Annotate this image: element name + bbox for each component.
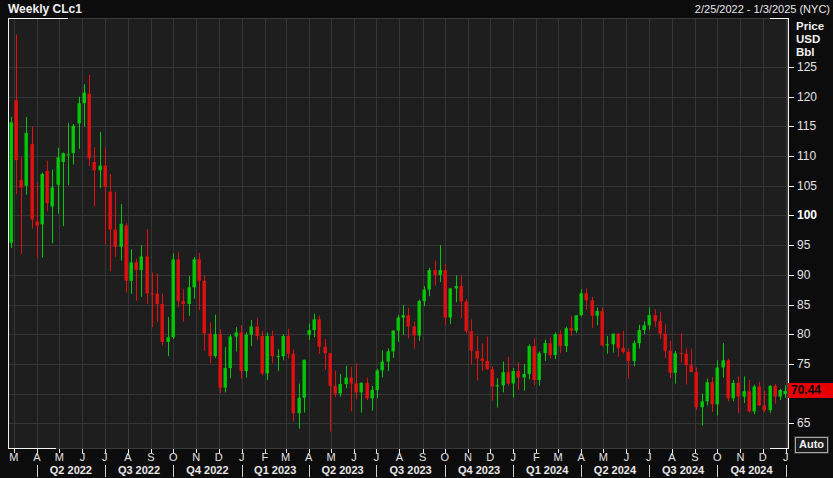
candle-body-down (161, 304, 164, 342)
y-axis-tick-label: 80 (797, 327, 831, 341)
candle-body-down (690, 365, 693, 372)
candle-body-up (743, 391, 746, 396)
x-axis-month-label: S (144, 451, 158, 463)
candle-body-up (266, 336, 269, 373)
y-axis-tick-label: 115 (797, 119, 831, 133)
x-axis-month-label: J (369, 451, 383, 463)
candle-body-down (240, 332, 243, 371)
candle-body-up (193, 259, 196, 287)
last-price-flag: 70.44 (788, 383, 833, 398)
candle-body-up (674, 353, 677, 373)
candle-body-up (428, 270, 431, 290)
candle-body-down (774, 386, 777, 397)
candle-body-up (606, 344, 609, 345)
y-axis-tick-label: 95 (797, 238, 831, 252)
candle-body-up (371, 390, 374, 398)
candle-body-up (120, 224, 123, 247)
candle-body-up (538, 353, 541, 380)
candle-body-down (156, 294, 159, 304)
candle-body-up (544, 343, 547, 353)
candle-body-down (695, 372, 698, 407)
x-axis-month-label: J (779, 451, 793, 463)
candle-body-up (277, 356, 280, 357)
candle-body-up (78, 103, 81, 123)
x-axis-month-label: D (212, 451, 226, 463)
candle-body-up (397, 318, 400, 331)
x-axis-month-label: J (619, 451, 633, 463)
x-axis-month-label: S (688, 451, 702, 463)
candle-body-down (20, 180, 23, 188)
candle-body-up (706, 382, 709, 401)
candle-body-down (407, 315, 410, 326)
candle-body-down (669, 351, 672, 373)
candle-body-down (737, 383, 740, 397)
candle-body-down (324, 347, 327, 354)
candle-body-up (298, 398, 301, 413)
x-axis-quarter-label: Q4 2023 (444, 464, 514, 476)
candle-body-down (434, 270, 437, 275)
candle-body-up (381, 362, 384, 371)
candle-body-up (57, 157, 60, 184)
x-axis-month-label: A (392, 451, 406, 463)
x-axis-quarter-label: Q2 2023 (308, 464, 378, 476)
auto-scale-button[interactable]: Auto (795, 437, 828, 453)
candle-body-down (88, 94, 91, 159)
x-axis-month-label: M (279, 451, 293, 463)
y-axis-tick-label: 120 (797, 90, 831, 104)
candle-body-down (591, 300, 594, 315)
candle-body-down (287, 336, 290, 354)
y-axis-title-line: Bbl (796, 46, 824, 59)
candle-body-up (376, 370, 379, 390)
candle-body-up (313, 319, 316, 330)
x-axis-month-label: A (30, 451, 44, 463)
x-axis-quarter-label: Q3 2023 (376, 464, 446, 476)
candle-body-down (318, 319, 321, 346)
x-axis-month-label: F (258, 451, 272, 463)
x-axis-month-label: O (166, 451, 180, 463)
candle-body-up (633, 343, 636, 361)
candle-body-up (418, 301, 421, 335)
y-axis-tick-label: 65 (797, 416, 831, 430)
candle-body-up (769, 386, 772, 410)
candle-body-down (533, 346, 536, 380)
x-axis-month-label: J (347, 451, 361, 463)
candle-body-up (528, 346, 531, 374)
candle-body-up (245, 335, 248, 371)
candle-body-down (444, 270, 447, 318)
candle-body-up (83, 93, 86, 104)
x-axis-month-label: M (596, 451, 610, 463)
y-axis-tick-label: 75 (797, 357, 831, 371)
candle-body-down (31, 144, 34, 219)
x-axis-month-label: J (506, 451, 520, 463)
candle-body-up (502, 372, 505, 385)
candle-body-down (209, 334, 212, 357)
candle-body-down (507, 372, 510, 383)
candle-body-down (659, 321, 662, 333)
x-axis-quarter-label: Q3 2022 (104, 464, 174, 476)
candle-body-up (565, 328, 568, 346)
candle-body-up (554, 334, 557, 355)
x-axis-month-label: J (642, 451, 656, 463)
candle-body-up (402, 315, 405, 317)
candle-body-up (612, 334, 615, 345)
candle-body-up (250, 326, 253, 334)
chart-window: Weekly CLc1 2/25/2022 - 1/3/2025 (NYC) P… (0, 0, 833, 478)
candle-body-up (523, 374, 526, 378)
candle-body-up (638, 330, 641, 343)
x-axis-month-label: O (710, 451, 724, 463)
candle-body-down (758, 386, 761, 405)
candle-body-up (72, 126, 75, 153)
candle-body-up (25, 133, 28, 186)
y-axis-tick-label: 125 (797, 60, 831, 74)
candle-body-up (282, 336, 285, 356)
candle-body-down (329, 353, 332, 386)
candlestick-chart[interactable] (0, 0, 833, 478)
candle-body-down (109, 192, 112, 230)
candle-body-up (779, 390, 782, 397)
candle-body-down (601, 311, 604, 345)
candle-body-down (104, 166, 107, 187)
candle-body-down (182, 301, 185, 304)
candle-body-up (360, 383, 363, 393)
candle-body-down (256, 326, 259, 336)
x-axis-month-label: D (483, 451, 497, 463)
